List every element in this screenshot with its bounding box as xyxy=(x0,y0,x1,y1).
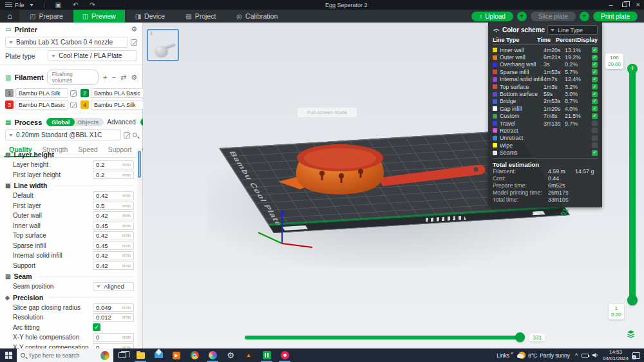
param-input[interactable]: 0.45mm xyxy=(93,242,134,251)
scrollbar-thumb[interactable] xyxy=(138,151,141,178)
filament-slot[interactable]: 4 Bambu PLA Silk xyxy=(80,100,152,110)
filament-name[interactable]: Bambu PLA Silk xyxy=(15,88,68,98)
printer-select[interactable]: Bambu Lab X1 Carbon 0.4 nozzle xyxy=(5,37,128,48)
print-plate-button[interactable]: Print plate xyxy=(593,12,638,21)
tab-preview[interactable]: ◫Preview xyxy=(73,10,125,23)
display-checkbox[interactable] xyxy=(592,69,598,75)
model-handle[interactable] xyxy=(379,165,486,186)
display-checkbox[interactable] xyxy=(592,91,598,97)
move-slider-handle[interactable] xyxy=(515,332,525,342)
display-checkbox[interactable] xyxy=(592,55,598,61)
param-input[interactable]: 0.42mm xyxy=(93,262,134,271)
tab-calibration[interactable]: ◎Calibration xyxy=(226,10,288,23)
display-checkbox[interactable] xyxy=(592,106,598,111)
tab-device[interactable]: ◨Device xyxy=(125,10,176,23)
param-input[interactable]: 0.049mm xyxy=(93,303,134,312)
filament-name[interactable]: Bambu PLA Basic xyxy=(91,88,144,98)
links-expand-icon[interactable]: » xyxy=(511,351,513,356)
layer-slider-track[interactable] xyxy=(629,69,636,301)
seam-position-select[interactable]: Aligned xyxy=(93,282,134,291)
param-input[interactable]: 0.42mm xyxy=(93,251,134,260)
layers-icon[interactable] xyxy=(626,330,636,339)
scope-global[interactable]: Global xyxy=(46,118,75,126)
taskbar-app-photos[interactable] xyxy=(204,348,222,362)
file-menu[interactable]: File xyxy=(15,2,24,8)
move-slider-track[interactable] xyxy=(245,336,520,339)
param-input[interactable]: 0mm xyxy=(93,333,134,342)
filament-slot[interactable]: 1 Bambu PLA Silk xyxy=(5,88,77,98)
display-checkbox[interactable] xyxy=(592,77,598,82)
save-icon[interactable]: ▣ xyxy=(55,2,61,8)
clock[interactable]: 14:53 04/01/2024 xyxy=(603,349,629,361)
notification-icon[interactable]: 1 xyxy=(632,352,640,359)
param-input[interactable]: 0.5mm xyxy=(93,202,134,211)
tray-expand-icon[interactable]: ^ xyxy=(575,352,578,359)
display-checkbox[interactable] xyxy=(592,84,598,90)
add-filament-button[interactable]: + xyxy=(103,73,107,81)
start-button[interactable] xyxy=(0,348,17,362)
param-input[interactable]: 0mm xyxy=(93,343,134,349)
edit-filament-icon[interactable] xyxy=(70,90,77,97)
taskbar-app-settings[interactable]: ⚙ xyxy=(222,348,240,362)
printer-settings-gear-icon[interactable]: ⚙ xyxy=(131,25,137,33)
egg-separator-model[interactable] xyxy=(278,144,486,195)
filament-slot[interactable]: 2 Bambu PLA Basic xyxy=(80,88,152,98)
param-input[interactable]: 0.42mm xyxy=(93,211,134,220)
display-checkbox[interactable] xyxy=(592,128,598,133)
save-preset-icon[interactable] xyxy=(124,132,130,138)
scope-toggle[interactable]: Global Objects xyxy=(46,118,104,126)
viewport-3d[interactable]: Bambu Cool Plate 01 xyxy=(143,23,644,348)
search-highlight-icon[interactable] xyxy=(100,351,109,360)
filament-settings-gear-icon[interactable]: ⚙ xyxy=(131,73,137,82)
tab-prepare[interactable]: ◰Prepare xyxy=(19,10,73,23)
upload-button[interactable]: ↑Upload xyxy=(471,12,513,21)
layer-slider-plus-button[interactable]: + xyxy=(627,64,638,74)
param-input[interactable]: 0.42mm xyxy=(93,231,134,240)
param-input[interactable]: 0.45mm xyxy=(93,222,134,231)
display-checkbox[interactable] xyxy=(592,142,598,148)
weather-widget[interactable]: 8°C Partly sunny xyxy=(518,352,570,359)
display-checkbox[interactable] xyxy=(592,150,598,156)
display-checkbox[interactable] xyxy=(592,99,598,104)
redo-icon[interactable]: ↷ xyxy=(90,2,95,8)
plate-type-select[interactable]: Cool Plate / PLA Plate xyxy=(48,50,137,61)
taskbar-app-chrome[interactable] xyxy=(185,348,204,362)
close-button[interactable]: × xyxy=(636,1,640,8)
param-input[interactable]: 0.2mm xyxy=(93,160,134,169)
plate-thumbnail[interactable]: 1 xyxy=(147,29,179,61)
scope-objects[interactable]: Objects xyxy=(71,118,104,126)
arc-fitting-checkbox[interactable]: ✓ xyxy=(93,323,100,331)
undo-icon[interactable]: ↶ xyxy=(73,2,78,8)
print-dropdown-button[interactable] xyxy=(580,12,589,21)
file-menu-chevron-icon[interactable] xyxy=(30,4,33,6)
filament-slot[interactable]: 3 Bambu PLA Basic xyxy=(5,100,77,110)
battery-icon[interactable] xyxy=(582,354,589,357)
file-menu-icon[interactable] xyxy=(5,3,12,7)
sync-ams-icon[interactable]: ⇄ xyxy=(120,73,126,82)
flushing-volumes-button[interactable]: Flushing volumes xyxy=(47,70,99,85)
display-checkbox[interactable] xyxy=(592,120,598,126)
slice-plate-button[interactable]: Slice plate xyxy=(531,12,576,21)
home-button[interactable]: ⌂ xyxy=(0,10,19,23)
edit-filament-icon[interactable] xyxy=(70,102,77,108)
param-input[interactable]: 0.012mm xyxy=(93,313,134,322)
line-type-select[interactable]: Line Type xyxy=(547,25,598,35)
edit-printer-icon[interactable] xyxy=(131,39,137,46)
task-view-button[interactable] xyxy=(113,348,131,362)
taskbar-app-browser[interactable] xyxy=(276,348,294,362)
taskbar-app-bambu-studio[interactable] xyxy=(258,348,276,362)
taskbar-app-movies[interactable]: ▶ xyxy=(167,348,185,362)
taskbar-app-file-explorer[interactable] xyxy=(131,348,149,362)
taskbar-search[interactable]: Type here to search xyxy=(17,348,113,362)
tab-project[interactable]: ▤Project xyxy=(175,10,226,23)
filament-name[interactable]: Bambu PLA Basic xyxy=(15,100,68,110)
display-checkbox[interactable] xyxy=(592,62,598,68)
display-checkbox[interactable] xyxy=(592,113,598,119)
minimize-button[interactable]: – xyxy=(609,1,612,8)
display-checkbox[interactable] xyxy=(592,47,598,53)
search-params-icon[interactable] xyxy=(133,133,137,137)
volume-icon[interactable] xyxy=(592,352,599,358)
slice-dropdown-button[interactable] xyxy=(517,12,527,21)
taskbar-app-mail[interactable] xyxy=(149,348,167,362)
layer-slider-handle[interactable] xyxy=(627,295,638,305)
